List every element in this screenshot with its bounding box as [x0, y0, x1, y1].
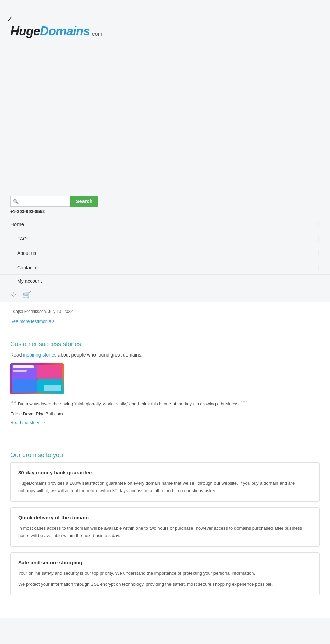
cart-icon[interactable]: 🛒 — [23, 291, 31, 299]
nav-divider-contact: | — [318, 264, 320, 271]
search-bar-section: 🔍 Search +1-303-893-0552 — [0, 192, 330, 217]
customer-stories-title: Customer success stories — [10, 341, 320, 348]
top-section: ✓ Huge Domains .com — [0, 0, 330, 192]
nav-item-account[interactable]: My account — [0, 275, 330, 287]
nav-divider-faqs: | — [318, 235, 320, 242]
promise-section: Our promise to you 30-day money back gua… — [10, 438, 320, 608]
promise-card-1-text: In most cases access to the domain will … — [18, 524, 312, 540]
logo-checkmark: ✓ — [6, 14, 13, 24]
story-quote: ““ I've always loved the saying 'think g… — [10, 398, 320, 408]
page-footer-space — [10, 608, 320, 618]
promise-card-0: 30-day money back guarantee HugeDomains … — [10, 462, 320, 502]
wishlist-icon[interactable]: ♡ — [10, 290, 17, 299]
nav-faqs-label: FAQs — [17, 236, 29, 241]
nav-home-label: Home — [10, 221, 24, 227]
read-story-label: Read the story — [10, 420, 40, 425]
promise-card-2-text2: We protect your information through SSL … — [18, 580, 312, 588]
nav-account-label: My account — [17, 278, 42, 284]
customer-stories-desc-plain: Read — [10, 352, 23, 358]
promise-card-2: Safe and secure shopping Your online saf… — [10, 552, 320, 595]
promise-card-1: Quick delivery of the domain In most cas… — [10, 507, 320, 547]
quote-text: I've always loved the saying 'think glob… — [18, 401, 240, 406]
search-icon: 🔍 — [13, 199, 19, 204]
main-content: - Kajsa Fredriksson, July 13, 2022 See m… — [0, 302, 330, 618]
phone-number: +1-303-893-0552 — [10, 209, 320, 214]
testimonial-snippet: - Kajsa Fredriksson, July 13, 2022 — [10, 302, 320, 317]
promise-card-0-text: HugeDomains provides a 100% satisfaction… — [18, 479, 312, 495]
nav-item-contact[interactable]: Contact us | — [0, 260, 330, 275]
nav-section: Home | FAQs | About us | Contact us | My… — [0, 217, 330, 302]
read-story-arrow: → — [42, 420, 46, 425]
logo-domains: Domains — [40, 24, 90, 38]
search-input[interactable] — [10, 196, 70, 207]
nav-contact-label: Contact us — [17, 265, 40, 270]
search-input-wrapper: 🔍 — [10, 196, 70, 207]
nav-about-label: About us — [17, 250, 36, 256]
customer-stories-desc: Read inspiring stories about people who … — [10, 351, 320, 359]
inspiring-stories-link[interactable]: inspiring stories — [23, 352, 56, 358]
see-more-testimonials-link[interactable]: See more testimonials — [10, 319, 55, 324]
promise-title: Our promise to you — [10, 452, 320, 459]
logo-area: ✓ Huge Domains .com — [10, 21, 320, 38]
story-author: Eddie Deva, PixelBull.com — [10, 411, 320, 416]
nav-icons-row: ♡ 🛒 — [0, 287, 330, 302]
nav-item-faqs[interactable]: FAQs | — [0, 231, 330, 246]
nav-divider-about: | — [318, 249, 320, 257]
section-divider-2 — [10, 435, 320, 435]
search-button[interactable]: Search — [70, 196, 98, 207]
quote-open: ““ — [10, 400, 16, 407]
read-story-link[interactable]: Read the story → — [10, 420, 46, 425]
promise-card-1-title: Quick delivery of the domain — [18, 515, 312, 520]
nav-divider-home: | — [318, 221, 320, 228]
nav-item-about[interactable]: About us | — [0, 246, 330, 260]
logo: ✓ Huge Domains .com — [10, 21, 320, 38]
logo-com: .com — [90, 31, 102, 37]
customer-stories-desc-rest: about people who found great domains. — [57, 352, 143, 358]
nav-item-home[interactable]: Home | — [0, 217, 330, 231]
section-divider-1 — [10, 334, 320, 334]
story-thumbnail — [10, 363, 64, 394]
logo-huge: Huge — [10, 24, 40, 38]
search-row: 🔍 Search — [10, 196, 320, 207]
promise-card-0-title: 30-day money back guarantee — [18, 470, 312, 475]
promise-card-2-text: Your online safety and security is our t… — [18, 569, 312, 577]
customer-stories-section: Customer success stories Read inspiring … — [10, 341, 320, 432]
quote-close: ”” — [241, 400, 247, 407]
testimonial-author: - Kajsa Fredriksson, July 13, 2022 — [10, 309, 320, 314]
promise-card-2-title: Safe and secure shopping — [18, 560, 312, 565]
